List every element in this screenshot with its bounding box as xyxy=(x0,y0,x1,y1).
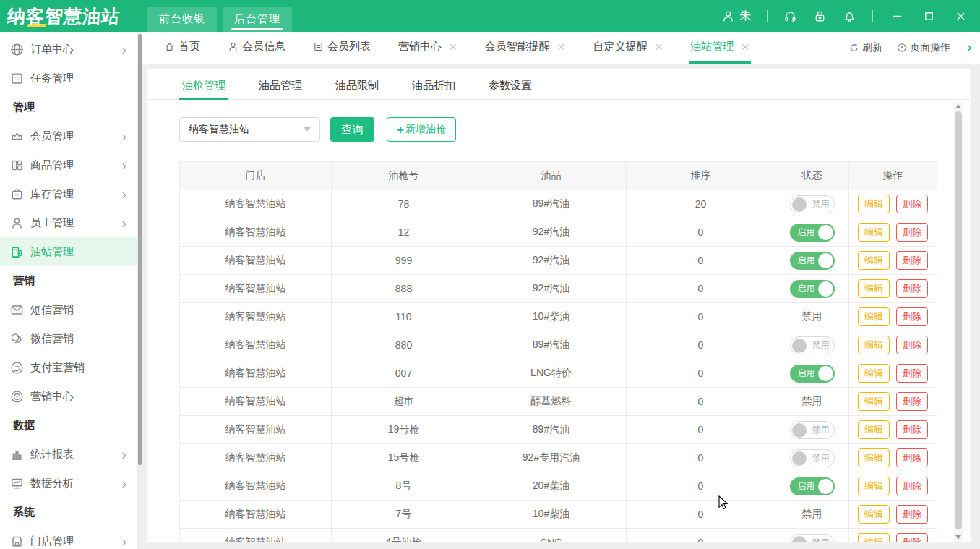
edit-button[interactable]: 编辑 xyxy=(858,336,890,354)
sort-cell: 0 xyxy=(627,275,775,303)
delete-button[interactable]: 删除 xyxy=(896,336,928,354)
minimize-button[interactable] xyxy=(889,8,905,24)
store-cell: 纳客智慧油站 xyxy=(180,529,332,542)
edit-button[interactable]: 编辑 xyxy=(858,251,890,270)
delete-button[interactable]: 删除 xyxy=(896,251,928,270)
status-toggle[interactable]: 禁用 xyxy=(790,449,835,467)
close-tab-icon[interactable]: ✕ xyxy=(654,42,663,52)
status-toggle[interactable]: 禁用 xyxy=(790,534,835,543)
product-cell: LNG特价 xyxy=(476,359,627,388)
table-body: 纳客智慧油站7889#汽油20禁用编辑删除纳客智慧油站1292#汽油0启用编辑删… xyxy=(180,190,937,542)
sidebar-item[interactable]: 数据分析 xyxy=(0,469,137,498)
sidebar-scrollbar-thumb[interactable] xyxy=(138,34,142,465)
add-gun-button[interactable]: + 新增油枪 xyxy=(387,117,456,142)
page-operations-button[interactable]: 页面操作 xyxy=(897,41,950,54)
status-toggle[interactable]: 启用 xyxy=(790,365,835,383)
subtab[interactable]: 油枪管理 xyxy=(179,74,228,100)
status-label: 禁用 xyxy=(802,395,822,408)
close-button[interactable] xyxy=(953,8,968,24)
query-button[interactable]: 查询 xyxy=(330,117,374,142)
table-row: 纳客智慧油站4号油枪CNG0禁用编辑删除 xyxy=(180,529,937,542)
edit-button[interactable]: 编辑 xyxy=(858,448,890,467)
scroll-down-button[interactable] xyxy=(954,533,963,542)
app-logo-text: 纳客智慧油站 xyxy=(7,4,121,28)
sidebar-item[interactable]: 短信营销 xyxy=(0,295,137,324)
edit-button[interactable]: 编辑 xyxy=(858,477,890,495)
status-toggle[interactable]: 禁用 xyxy=(790,421,835,439)
edit-button[interactable]: 编辑 xyxy=(858,392,890,411)
delete-button[interactable]: 删除 xyxy=(896,364,928,383)
close-tab-icon[interactable]: ✕ xyxy=(557,42,566,52)
edit-button[interactable]: 编辑 xyxy=(858,505,890,524)
edit-button[interactable]: 编辑 xyxy=(858,364,890,383)
close-tab-icon[interactable]: ✕ xyxy=(741,42,749,52)
sidebar-item[interactable]: 统计报表 xyxy=(0,440,137,469)
page-tab[interactable]: 首页 xyxy=(163,32,202,64)
sidebar-section-header: 系统 xyxy=(0,498,137,527)
delete-button[interactable]: 删除 xyxy=(896,533,928,542)
subtab[interactable]: 油品管理 xyxy=(256,74,305,100)
person-icon xyxy=(10,216,24,230)
page-tab[interactable]: 营销中心✕ xyxy=(397,32,459,64)
status-toggle[interactable]: 启用 xyxy=(790,224,835,242)
sidebar-item[interactable]: 库存管理 xyxy=(0,179,137,208)
product-cell: 92#汽油 xyxy=(476,247,627,275)
edit-button[interactable]: 编辑 xyxy=(858,279,890,298)
edit-button[interactable]: 编辑 xyxy=(858,420,890,439)
mode-tab[interactable]: 后台管理 xyxy=(223,7,292,32)
sidebar-item[interactable]: 任务管理 xyxy=(0,64,137,93)
status-toggle[interactable]: 启用 xyxy=(790,280,835,298)
status-toggle[interactable]: 禁用 xyxy=(790,195,835,213)
edit-button[interactable]: 编辑 xyxy=(858,307,890,326)
sidebar-item[interactable]: 订单中心 xyxy=(0,35,137,64)
sidebar-item[interactable]: 微信营销 xyxy=(0,324,137,353)
globe-icon xyxy=(10,43,24,56)
status-cell: 禁用 xyxy=(775,416,849,444)
station-select[interactable]: 纳客智慧油站 xyxy=(179,117,320,142)
page-tab[interactable]: 自定义提醒✕ xyxy=(591,32,664,64)
delete-button[interactable]: 删除 xyxy=(896,279,928,298)
subtab[interactable]: 油品限制 xyxy=(332,74,382,100)
sidebar-item[interactable]: 商品管理 xyxy=(0,150,137,179)
status-toggle[interactable]: 启用 xyxy=(790,252,835,270)
edit-button[interactable]: 编辑 xyxy=(858,533,890,542)
mode-tab[interactable]: 前台收银 xyxy=(147,7,217,32)
page-tab[interactable]: 会员智能提醒✕ xyxy=(483,32,567,64)
close-tab-icon[interactable]: ✕ xyxy=(449,42,457,52)
sidebar-item[interactable]: 支付宝营销 xyxy=(0,353,137,382)
delete-button[interactable]: 删除 xyxy=(896,392,928,411)
delete-button[interactable]: 删除 xyxy=(896,448,928,467)
user-menu[interactable]: 朱 xyxy=(721,9,751,24)
page-tab[interactable]: 会员信息 xyxy=(226,32,287,64)
delete-button[interactable]: 删除 xyxy=(896,505,928,524)
page-tab[interactable]: 会员列表 xyxy=(311,32,372,64)
delete-button[interactable]: 删除 xyxy=(896,477,928,495)
operations-cell: 编辑删除 xyxy=(849,416,937,444)
delete-button[interactable]: 删除 xyxy=(896,195,928,213)
subtab[interactable]: 参数设置 xyxy=(486,74,535,100)
scroll-up-button[interactable] xyxy=(954,102,963,111)
sidebar-item[interactable]: 会员管理 xyxy=(0,122,137,150)
status-cell: 禁用 xyxy=(775,331,849,359)
sidebar-item[interactable]: 门店管理 xyxy=(0,527,137,549)
sidebar-item[interactable]: 员工管理 xyxy=(0,208,137,237)
sidebar-item[interactable]: 营销中心 xyxy=(0,382,137,411)
sidebar-item[interactable]: 油站管理 xyxy=(0,237,137,266)
edit-button[interactable]: 编辑 xyxy=(858,223,890,242)
column-header: 门店 xyxy=(180,162,332,190)
sidebar-item-label: 支付宝营销 xyxy=(30,361,85,375)
page-tab[interactable]: 油站管理✕ xyxy=(689,32,751,64)
delete-button[interactable]: 删除 xyxy=(896,223,928,242)
delete-button[interactable]: 删除 xyxy=(896,420,928,439)
content-scrollbar[interactable] xyxy=(954,102,963,542)
content-scrollbar-thumb[interactable] xyxy=(955,111,962,529)
subtab[interactable]: 油品折扣 xyxy=(409,74,458,100)
delete-button[interactable]: 删除 xyxy=(896,307,928,326)
maximize-button[interactable] xyxy=(921,8,937,24)
status-toggle[interactable]: 禁用 xyxy=(790,336,835,354)
edit-button[interactable]: 编辑 xyxy=(858,195,890,213)
refresh-button[interactable]: 刷新 xyxy=(849,41,882,54)
sidebar-scrollbar[interactable] xyxy=(137,32,142,549)
tabstrip-overflow-button[interactable] xyxy=(965,43,974,53)
status-toggle[interactable]: 启用 xyxy=(790,477,835,495)
